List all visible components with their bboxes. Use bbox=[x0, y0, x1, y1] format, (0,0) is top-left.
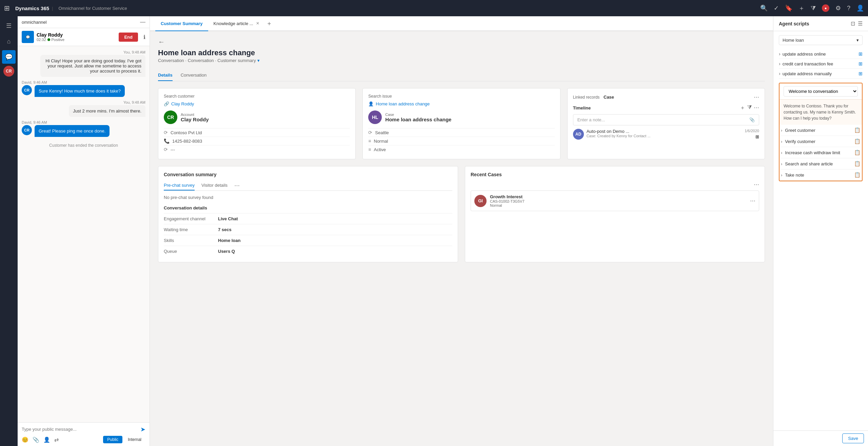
agent-scripts-header: Agent scripts ⊡ ☰ bbox=[773, 16, 868, 31]
panel-list-icon[interactable]: ☰ bbox=[858, 20, 863, 27]
bookmark-icon[interactable]: 🔖 bbox=[785, 4, 792, 12]
attachment-icon[interactable]: 📎 bbox=[33, 437, 39, 443]
timeline-item: AD Auto-post on Demo ... Case: Created b… bbox=[573, 129, 759, 140]
send-icon[interactable]: ➤ bbox=[140, 426, 145, 433]
recent-case-id: CAS-01002-T3G5V7 bbox=[490, 199, 747, 203]
issue-card: Search issue 👤 Home loan address change … bbox=[362, 88, 560, 159]
contact-time: 02:32 bbox=[37, 38, 46, 42]
timeline-more-icon[interactable]: ⋯ bbox=[754, 104, 759, 112]
chat-messages: You, 9:48 AM Hi Clay! Hope your are doin… bbox=[18, 46, 150, 422]
search-share-action[interactable]: › Search and share article 📋 bbox=[781, 158, 861, 169]
internal-tab[interactable]: Internal bbox=[124, 436, 145, 443]
action-script-icon[interactable]: 📋 bbox=[854, 127, 861, 133]
settings-icon[interactable]: ⚙ bbox=[835, 4, 841, 12]
script-copy-icon[interactable]: ⊞ bbox=[859, 61, 863, 66]
msg-bubble: Hi Clay! Hope your are doing good today.… bbox=[40, 55, 145, 77]
agent-scripts-panel: Agent scripts ⊡ ☰ Home loan ▾ › update a… bbox=[773, 16, 868, 446]
action-arrow-icon: › bbox=[781, 139, 782, 144]
issue-link[interactable]: 👤 Home loan address change bbox=[368, 101, 554, 106]
case-more-icon[interactable]: ⋯ bbox=[750, 198, 755, 204]
notification-badge[interactable]: ● bbox=[822, 4, 829, 12]
back-button[interactable]: ← bbox=[158, 38, 165, 46]
panel-expand-icon[interactable]: ⊡ bbox=[851, 20, 855, 27]
action-script-icon[interactable]: 📋 bbox=[854, 161, 861, 167]
chat-input[interactable] bbox=[22, 425, 140, 433]
tab-bar: Customer Summary Knowledge article ... ✕… bbox=[150, 16, 773, 31]
timeline-item-date: 1/6/2020 bbox=[745, 129, 759, 133]
conversation-tab[interactable]: Conversation bbox=[181, 70, 207, 81]
customer-link[interactable]: 🔗 Clay Roddy bbox=[164, 101, 350, 106]
action-script-icon[interactable]: 📋 bbox=[854, 149, 861, 156]
chat-input-area: ➤ 😊 📎 👤 ⇄ Public Internal bbox=[18, 422, 150, 446]
location-icon: ⟳ bbox=[368, 130, 372, 135]
script-dropdown[interactable]: Home loan ▾ bbox=[779, 35, 863, 45]
welcome-to-conversation-box: Welcome to conversation Welcome to Conto… bbox=[779, 83, 863, 181]
checkmark-icon[interactable]: ✓ bbox=[774, 4, 779, 12]
waiting-time-row: Waiting time 7 secs bbox=[164, 224, 452, 235]
timeline-item-avatar: AD bbox=[573, 129, 584, 140]
sidebar-avatar[interactable]: CR bbox=[3, 66, 14, 77]
details-tab[interactable]: Details bbox=[158, 70, 173, 81]
help-icon[interactable]: ? bbox=[847, 5, 850, 12]
script-arrow-icon: › bbox=[779, 71, 781, 76]
recent-cases-card: Recent Cases ⋯ GI Growth Interest CAS-01… bbox=[465, 166, 765, 262]
conv-tabs-more-icon[interactable]: ⋯ bbox=[234, 182, 240, 189]
timeline-add-icon[interactable]: ＋ bbox=[740, 104, 745, 112]
timeline-filter-icon[interactable]: ⧩ bbox=[747, 104, 752, 112]
script-copy-icon[interactable]: ⊞ bbox=[859, 51, 863, 57]
person-icon[interactable]: 👤 bbox=[43, 437, 50, 443]
chat-icon[interactable]: 💬 bbox=[2, 50, 16, 64]
user-icon[interactable]: 👤 bbox=[856, 4, 864, 12]
attachment-note-icon[interactable]: 📎 bbox=[749, 117, 755, 122]
emoji-icon[interactable]: 😊 bbox=[22, 437, 28, 443]
script-copy-icon[interactable]: ⊞ bbox=[859, 71, 863, 76]
increase-cash-action[interactable]: › Increase cash withdraw limit 📋 bbox=[781, 147, 861, 158]
end-button[interactable]: End bbox=[119, 33, 138, 42]
timeline-expand-icon[interactable]: ⊞ bbox=[755, 134, 759, 139]
menu-icon[interactable]: ☰ bbox=[2, 19, 16, 33]
transfer-icon[interactable]: ⇄ bbox=[54, 437, 59, 443]
minimize-button[interactable]: — bbox=[140, 19, 145, 25]
tab-add-icon[interactable]: ＋ bbox=[266, 19, 272, 27]
verify-customer-action[interactable]: › Verify customer 📋 bbox=[781, 136, 861, 147]
script-action-list: › Greet customer 📋 › Verify customer 📋 bbox=[780, 125, 862, 181]
action-script-icon[interactable]: 📋 bbox=[854, 138, 861, 144]
top-navigation: ⊞ Dynamics 365 | Omnichannel for Custome… bbox=[0, 0, 868, 16]
bottom-cards-row: Conversation summary Pre-chat survey Vis… bbox=[158, 166, 765, 262]
public-tab[interactable]: Public bbox=[103, 436, 122, 443]
recent-case-item[interactable]: GI Growth Interest CAS-01002-T3G5V7 Norm… bbox=[471, 190, 759, 211]
company-row: ⟳ Contoso Pvt Ltd bbox=[164, 128, 350, 137]
script-item-update-manual[interactable]: › update address manually ⊞ bbox=[779, 69, 863, 79]
info-icon[interactable]: ℹ bbox=[143, 34, 145, 40]
action-script-icon[interactable]: 📋 bbox=[854, 172, 861, 178]
plus-icon[interactable]: ＋ bbox=[798, 4, 805, 12]
search-issue-label: Search issue bbox=[368, 94, 554, 99]
case-name: Home loan address change bbox=[385, 117, 451, 122]
search-icon[interactable]: 🔍 bbox=[760, 4, 768, 12]
link-tools-icon[interactable]: ⋯ bbox=[754, 94, 759, 100]
script-item-update-online[interactable]: › update address online ⊞ bbox=[779, 49, 863, 59]
recent-more-icon[interactable]: ⋯ bbox=[754, 181, 759, 188]
msg-timestamp: You, 9:48 AM bbox=[22, 100, 145, 104]
waffle-icon[interactable]: ⊞ bbox=[4, 4, 10, 12]
tab-knowledge-article[interactable]: Knowledge article ... ✕ bbox=[208, 16, 265, 31]
tab-customer-summary[interactable]: Customer Summary bbox=[155, 16, 208, 31]
save-button[interactable]: Save bbox=[842, 433, 864, 443]
tab-close-icon[interactable]: ✕ bbox=[256, 21, 259, 26]
search-customer-label: Search customer bbox=[164, 94, 350, 99]
script-item-credit-card[interactable]: › credit card transaction fee ⊞ bbox=[779, 59, 863, 69]
home-icon[interactable]: ⌂ bbox=[2, 35, 16, 48]
action-arrow-icon: › bbox=[781, 173, 782, 178]
filter-icon[interactable]: ⧩ bbox=[811, 5, 816, 12]
welcome-select[interactable]: Welcome to conversation bbox=[784, 86, 858, 97]
app-subtitle: Omnichannel for Customer Service bbox=[58, 6, 127, 11]
timeline-note[interactable]: Enter a note... 📎 bbox=[573, 114, 759, 125]
visitor-details-tab[interactable]: Visitor details bbox=[201, 181, 228, 190]
pre-chat-tab[interactable]: Pre-chat survey bbox=[164, 181, 195, 190]
action-arrow-icon: › bbox=[781, 161, 782, 166]
subtitle-chevron-icon[interactable]: ▾ bbox=[257, 58, 260, 63]
take-note-action[interactable]: › Take note 📋 bbox=[781, 169, 861, 181]
agent-scripts-list: Home loan ▾ › update address online ⊞ › … bbox=[773, 31, 868, 430]
account-type: Account bbox=[181, 113, 209, 117]
greet-customer-action[interactable]: › Greet customer 📋 bbox=[781, 125, 861, 136]
